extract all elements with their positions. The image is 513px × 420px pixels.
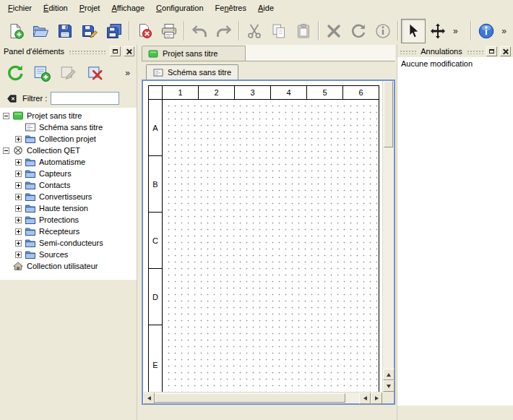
elements-panel-empty-area bbox=[0, 280, 137, 420]
expand-toggle-icon[interactable] bbox=[15, 159, 22, 166]
expand-toggle-icon[interactable] bbox=[3, 147, 9, 154]
reload-collections-button[interactable] bbox=[4, 61, 27, 85]
expand-toggle-icon[interactable] bbox=[3, 113, 9, 119]
cut-button bbox=[242, 19, 267, 43]
scroll-down-button[interactable] bbox=[383, 380, 395, 392]
redo-icon bbox=[215, 22, 233, 40]
save-all-button[interactable] bbox=[102, 19, 126, 43]
tree-item-sources[interactable]: Sources bbox=[0, 249, 137, 260]
dock-close-button[interactable] bbox=[124, 46, 134, 56]
dock-drag-grip[interactable] bbox=[400, 49, 416, 54]
qet-collection-icon bbox=[13, 146, 23, 155]
dock-float-button[interactable] bbox=[110, 46, 121, 56]
menu-fichier[interactable]: Fichier bbox=[2, 1, 38, 16]
save-as-button[interactable] bbox=[77, 19, 102, 43]
toolbar-separator bbox=[470, 21, 472, 40]
cut-icon bbox=[246, 22, 263, 40]
about-qet-button[interactable] bbox=[474, 19, 499, 43]
project-tab[interactable]: Projet sans titre bbox=[142, 46, 246, 61]
save-button[interactable] bbox=[53, 19, 77, 43]
ruler-row-label: D bbox=[148, 269, 163, 325]
element-info-icon bbox=[374, 22, 392, 40]
filter-input[interactable] bbox=[51, 92, 119, 105]
close-icon bbox=[503, 48, 509, 54]
expand-toggle-icon[interactable] bbox=[15, 136, 22, 142]
menu-aide[interactable]: Aide bbox=[252, 1, 280, 16]
select-mode-button[interactable] bbox=[401, 19, 426, 43]
toolbar-overflow-button[interactable]: » bbox=[450, 26, 461, 36]
new-element-button[interactable] bbox=[30, 61, 53, 85]
expand-toggle-icon[interactable] bbox=[15, 194, 22, 200]
dock-drag-grip[interactable] bbox=[467, 49, 483, 54]
ruler-corner bbox=[148, 85, 163, 100]
save-as-icon bbox=[81, 22, 98, 40]
menu-edition[interactable]: Édition bbox=[38, 1, 74, 16]
scroll-left-button-2[interactable] bbox=[359, 393, 371, 404]
vertical-scrollbar-thumb[interactable] bbox=[384, 81, 393, 147]
elements-panel-title: Panel d'éléments bbox=[2, 47, 66, 56]
history-item[interactable]: Aucune modification bbox=[401, 59, 509, 68]
open-file-button[interactable] bbox=[28, 19, 53, 43]
horizontal-scrollbar-track[interactable] bbox=[345, 393, 359, 403]
dock-float-button[interactable] bbox=[486, 46, 497, 56]
copy-icon bbox=[270, 22, 288, 40]
diagram-tab[interactable]: Schéma sans titre bbox=[146, 64, 238, 80]
tree-item-recepteurs[interactable]: Récepteurs bbox=[0, 226, 137, 237]
scroll-up-button[interactable] bbox=[383, 369, 395, 380]
expand-toggle-icon[interactable] bbox=[15, 228, 22, 235]
dock-drag-grip[interactable] bbox=[69, 49, 107, 54]
scroll-right-button[interactable] bbox=[371, 393, 382, 404]
delete-element-button[interactable] bbox=[84, 61, 107, 85]
menubar: Fichier Édition Projet Affichage Configu… bbox=[0, 0, 513, 17]
tree-item-collection-utilisateur[interactable]: Collection utilisateur bbox=[0, 260, 137, 272]
ruler-column-label: 5 bbox=[307, 85, 343, 100]
menu-configuration[interactable]: Configuration bbox=[150, 1, 209, 16]
expand-toggle-icon[interactable] bbox=[15, 252, 22, 258]
pan-mode-button[interactable] bbox=[426, 19, 450, 43]
close-file-button[interactable] bbox=[132, 19, 157, 43]
arrow-up-icon bbox=[387, 373, 391, 377]
expand-toggle-icon[interactable] bbox=[15, 171, 22, 177]
expand-toggle-icon[interactable] bbox=[15, 182, 22, 189]
float-icon bbox=[113, 49, 118, 53]
scroll-left-button[interactable] bbox=[143, 393, 155, 404]
float-icon bbox=[489, 49, 494, 53]
diagram-grid-paper[interactable] bbox=[163, 100, 379, 392]
tree-item-semi-conducteurs[interactable]: Semi-conducteurs bbox=[0, 237, 137, 249]
ruler-column-label: 1 bbox=[163, 85, 199, 100]
tree-item-automatisme[interactable]: Automatisme bbox=[0, 156, 137, 168]
diagram-canvas[interactable]: 1 2 3 4 5 6 A B C D E bbox=[143, 81, 382, 392]
tree-item-schema-sans-titre[interactable]: Schéma sans titre bbox=[0, 121, 137, 133]
tree-item-contacts[interactable]: Contacts bbox=[0, 179, 137, 191]
tree-item-haute-tension[interactable]: Haute tension bbox=[0, 202, 137, 214]
expand-toggle-icon[interactable] bbox=[15, 205, 22, 212]
menu-projet[interactable]: Projet bbox=[74, 1, 106, 16]
new-file-button[interactable] bbox=[4, 19, 28, 43]
arrow-down-icon bbox=[387, 385, 391, 388]
help-toolbar-overflow-button[interactable]: » bbox=[499, 26, 509, 36]
tree-item-collection-qet[interactable]: Collection QET bbox=[0, 145, 137, 156]
dock-close-button[interactable] bbox=[500, 46, 511, 56]
tree-item-convertisseurs[interactable]: Convertisseurs bbox=[0, 191, 137, 202]
horizontal-scrollbar-thumb[interactable] bbox=[155, 393, 345, 403]
home-icon bbox=[13, 262, 23, 270]
print-button[interactable] bbox=[157, 19, 181, 43]
save-icon bbox=[56, 22, 74, 40]
clear-filter-button[interactable] bbox=[4, 92, 19, 105]
vertical-scrollbar-track[interactable] bbox=[383, 147, 394, 369]
menu-affichage[interactable]: Affichage bbox=[105, 1, 150, 16]
new-file-icon bbox=[7, 22, 25, 40]
pan-mode-icon bbox=[429, 22, 447, 40]
tree-item-projet-sans-titre[interactable]: Projet sans titre bbox=[0, 110, 137, 121]
expand-toggle-icon[interactable] bbox=[15, 240, 22, 247]
filter-label: Filtrer : bbox=[22, 94, 47, 103]
tree-item-protections[interactable]: Protections bbox=[0, 214, 137, 226]
copy-button bbox=[267, 19, 291, 43]
tree-item-capteurs[interactable]: Capteurs bbox=[0, 168, 137, 179]
expand-toggle-icon[interactable] bbox=[15, 217, 22, 223]
horizontal-scrollbar[interactable] bbox=[143, 392, 382, 403]
panel-overflow-button[interactable]: » bbox=[122, 68, 133, 78]
tree-item-collection-projet[interactable]: Collection projet bbox=[0, 133, 137, 145]
menu-fenetres[interactable]: Fenêtres bbox=[210, 1, 252, 16]
vertical-scrollbar[interactable] bbox=[382, 81, 394, 392]
